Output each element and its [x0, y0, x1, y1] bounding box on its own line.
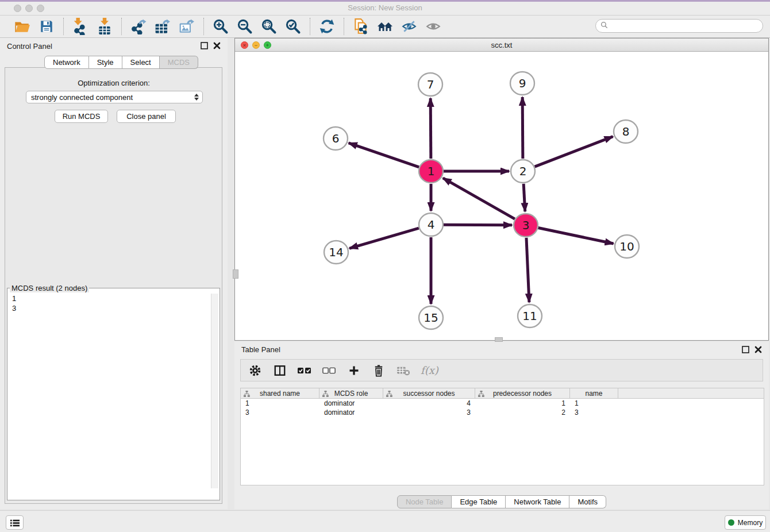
- first-neighbors-icon[interactable]: [376, 18, 394, 35]
- search-box[interactable]: [595, 19, 763, 33]
- graph-node-label-8: 8: [622, 125, 630, 138]
- graph-node-label-3: 3: [522, 218, 530, 232]
- cell-2-shared-name[interactable]: 3: [241, 408, 319, 417]
- tab-mcds[interactable]: MCDS: [160, 56, 198, 69]
- table-panel-title: Table Panel: [241, 345, 280, 354]
- graph-node-label-11: 11: [522, 309, 537, 323]
- zoom-selected-icon[interactable]: [284, 18, 302, 35]
- search-input[interactable]: [611, 21, 758, 30]
- graph-node-label-1: 1: [428, 164, 435, 178]
- cell-1-name[interactable]: 1: [570, 399, 618, 408]
- show-all-icon[interactable]: [425, 18, 442, 35]
- columns-icon[interactable]: [272, 363, 287, 378]
- edge-2-3: [523, 184, 525, 211]
- graph-node-label-2: 2: [519, 164, 527, 178]
- control-panel-title: Control Panel: [7, 42, 52, 51]
- control-panel-tabbar: NetworkStyleSelectMCDS: [44, 56, 198, 69]
- column-header-predecessor-nodes[interactable]: predecessor nodes: [475, 388, 570, 398]
- cell-2-name[interactable]: 3: [570, 408, 618, 417]
- table-tab-edge-table[interactable]: Edge Table: [452, 495, 506, 508]
- tab-network[interactable]: Network: [44, 56, 89, 69]
- cell-2-MCDS-role[interactable]: dominator: [319, 408, 383, 417]
- column-header-MCDS-role[interactable]: MCDS role: [319, 388, 383, 398]
- memory-button-label: Memory: [738, 519, 763, 527]
- export-network-icon[interactable]: [130, 18, 147, 35]
- cell-2-successor-nodes[interactable]: 3: [383, 408, 475, 417]
- table-header-row: shared nameMCDS rolesuccessor nodesprede…: [240, 388, 764, 399]
- network-window-titlebar[interactable]: × − + scc.txt: [235, 38, 768, 52]
- zoom-out-icon[interactable]: [236, 18, 253, 35]
- edge-3-1: [443, 178, 515, 219]
- window-titlebar: Session: New Session: [0, 0, 770, 16]
- refresh-icon[interactable]: [318, 18, 336, 35]
- column-header-shared-name[interactable]: shared name: [241, 388, 319, 398]
- hierarchy-icon: [386, 391, 392, 399]
- float-table-panel-icon[interactable]: [742, 345, 749, 356]
- column-header-name[interactable]: name: [570, 388, 618, 398]
- table-tabbar: Node TableEdge TableNetwork TableMotifs: [234, 495, 769, 508]
- import-network-icon[interactable]: [72, 18, 89, 35]
- graph-node-label-14: 14: [329, 245, 343, 259]
- float-panel-icon[interactable]: [201, 41, 208, 52]
- status-bar: Memory: [0, 510, 770, 532]
- open-folder-icon[interactable]: [14, 18, 31, 35]
- zoom-fit-icon[interactable]: [260, 18, 278, 35]
- result-scrollbar[interactable]: [211, 294, 218, 488]
- memory-button[interactable]: Memory: [725, 515, 766, 530]
- network-view-window: × − + scc.txt 7968124314101511: [234, 38, 769, 341]
- network-graph-canvas[interactable]: 7968124314101511: [235, 52, 768, 340]
- cell-1-shared-name[interactable]: 1: [241, 399, 319, 408]
- column-label: MCDS role: [334, 390, 368, 398]
- select-all-icon[interactable]: [297, 363, 312, 378]
- vertical-splitter-handle[interactable]: [233, 269, 238, 279]
- criterion-select[interactable]: strongly connected component: [26, 91, 203, 103]
- add-row-icon[interactable]: [346, 363, 361, 378]
- tab-style[interactable]: Style: [89, 56, 122, 69]
- delete-row-icon[interactable]: [371, 363, 386, 378]
- import-table-icon[interactable]: [96, 18, 113, 35]
- task-history-button[interactable]: [6, 515, 24, 530]
- window-accent-strip: [0, 0, 770, 2]
- hierarchy-icon: [244, 391, 250, 399]
- hierarchy-icon: [322, 391, 329, 399]
- unselect-all-icon[interactable]: [322, 363, 337, 378]
- memory-status-icon: [728, 519, 734, 526]
- close-panel-icon[interactable]: [213, 41, 221, 52]
- run-mcds-button[interactable]: Run MCDS: [55, 110, 108, 123]
- main-toolbar: [0, 16, 770, 38]
- graph-node-label-9: 9: [519, 76, 526, 90]
- delete-table-icon[interactable]: [396, 363, 411, 378]
- save-icon[interactable]: [38, 18, 55, 35]
- gear-icon[interactable]: [248, 363, 263, 378]
- zoom-in-icon[interactable]: [212, 18, 229, 35]
- table-row-2[interactable]: 3dominator323: [241, 408, 764, 417]
- table-tab-network-table[interactable]: Network Table: [506, 495, 569, 508]
- table-tab-motifs[interactable]: Motifs: [569, 495, 606, 508]
- tab-select[interactable]: Select: [122, 56, 160, 69]
- cell-2-predecessor-nodes[interactable]: 2: [475, 408, 570, 417]
- edge-4-3: [444, 225, 512, 225]
- table-panel: Table Panel f(x) shared nameMCDS rolesuc…: [234, 342, 769, 509]
- close-panel-button[interactable]: Close panel: [117, 110, 176, 123]
- cell-1-predecessor-nodes[interactable]: 1: [475, 399, 570, 408]
- hide-selected-icon[interactable]: [401, 18, 418, 35]
- edge-4-14: [349, 228, 419, 248]
- edge-3-10: [538, 228, 614, 244]
- horizontal-scrollbar-handle[interactable]: [495, 337, 503, 342]
- edge-2-9: [522, 97, 523, 159]
- table-toolbar: f(x): [240, 359, 763, 381]
- close-table-panel-icon[interactable]: [754, 345, 762, 356]
- column-label: predecessor nodes: [493, 390, 552, 398]
- export-image-icon[interactable]: [178, 18, 195, 35]
- control-panel: Control Panel NetworkStyleSelectMCDS Opt…: [0, 38, 228, 509]
- table-tab-node-table[interactable]: Node Table: [397, 495, 452, 508]
- cell-1-MCDS-role[interactable]: dominator: [319, 399, 383, 408]
- export-table-icon[interactable]: [154, 18, 171, 35]
- column-label: shared name: [260, 390, 300, 398]
- edge-2-8: [535, 137, 613, 167]
- table-row-1[interactable]: 1dominator411: [241, 399, 764, 408]
- clone-network-icon[interactable]: [352, 18, 369, 35]
- cell-1-successor-nodes[interactable]: 4: [383, 399, 475, 408]
- column-header-successor-nodes[interactable]: successor nodes: [383, 388, 475, 398]
- function-builder-icon[interactable]: f(x): [421, 364, 438, 376]
